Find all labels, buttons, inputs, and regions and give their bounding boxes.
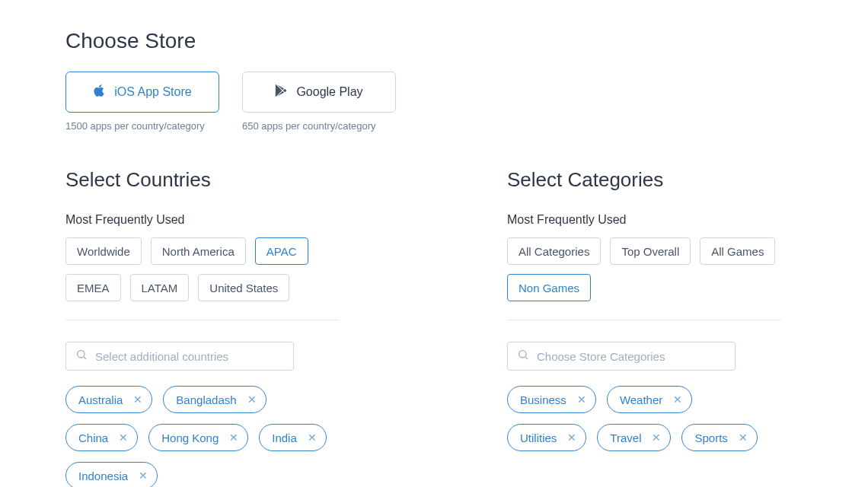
store-ios-app-store[interactable]: iOS App Store — [65, 72, 219, 113]
category-pill-label: Travel — [610, 431, 641, 444]
country-chip-worldwide[interactable]: Worldwide — [65, 237, 142, 265]
search-icon — [75, 349, 88, 364]
category-pill-sports[interactable]: Sports ✕ — [681, 424, 757, 451]
store-ios-sub: 1500 apps per country/category — [65, 120, 219, 132]
country-chip-north-america[interactable]: North America — [151, 237, 246, 265]
close-icon[interactable]: ✕ — [673, 393, 682, 406]
google-play-icon — [275, 84, 287, 100]
store-google-play[interactable]: Google Play — [242, 72, 396, 113]
close-icon[interactable]: ✕ — [652, 431, 661, 444]
country-chip-emea[interactable]: EMEA — [65, 274, 121, 301]
category-pill-weather[interactable]: Weather ✕ — [607, 386, 692, 413]
category-chip-all-categories[interactable]: All Categories — [507, 237, 601, 265]
country-pill-label: Indonesia — [78, 469, 128, 482]
country-chip-united-states[interactable]: United States — [198, 274, 289, 301]
close-icon[interactable]: ✕ — [229, 431, 238, 444]
country-chip-apac[interactable]: APAC — [255, 237, 308, 265]
close-icon[interactable]: ✕ — [577, 393, 586, 406]
category-pill-label: Weather — [620, 393, 662, 406]
search-icon — [517, 349, 529, 364]
store-gplay-sub: 650 apps per country/category — [242, 120, 396, 132]
categories-divider — [507, 320, 781, 320]
close-icon[interactable]: ✕ — [739, 431, 748, 444]
close-icon[interactable]: ✕ — [567, 431, 576, 444]
country-pill-label: Hong Kong — [161, 431, 219, 444]
categories-search-input[interactable] — [537, 350, 726, 363]
category-chip-all-games[interactable]: All Games — [700, 237, 775, 265]
countries-subhead: Most Frequently Used — [65, 213, 340, 227]
close-icon[interactable]: ✕ — [139, 469, 148, 482]
close-icon[interactable]: ✕ — [133, 393, 142, 406]
countries-search[interactable] — [65, 342, 294, 371]
country-pill-indonesia[interactable]: Indonesia ✕ — [65, 462, 158, 487]
category-pill-travel[interactable]: Travel ✕ — [597, 424, 671, 451]
categories-search[interactable] — [507, 342, 736, 371]
close-icon[interactable]: ✕ — [247, 393, 257, 406]
category-pill-label: Utilities — [520, 431, 557, 444]
country-pill-hong-kong[interactable]: Hong Kong ✕ — [148, 424, 248, 451]
country-pill-label: China — [78, 431, 108, 444]
country-pill-india[interactable]: India ✕ — [259, 424, 327, 451]
country-pill-label: Bangladash — [176, 393, 236, 406]
category-pill-label: Business — [520, 393, 566, 406]
svg-line-1 — [84, 357, 86, 359]
apple-icon — [93, 84, 105, 100]
categories-heading: Select Categories — [507, 168, 781, 192]
countries-heading: Select Countries — [65, 168, 340, 192]
close-icon[interactable]: ✕ — [119, 431, 128, 444]
country-pill-label: Australia — [78, 393, 123, 406]
category-pill-business[interactable]: Business ✕ — [507, 386, 596, 413]
svg-point-2 — [519, 351, 526, 358]
country-pill-australia[interactable]: Australia ✕ — [65, 386, 152, 413]
category-pill-label: Sports — [694, 431, 727, 444]
country-pill-bangladash[interactable]: Bangladash ✕ — [163, 386, 266, 413]
country-pill-china[interactable]: China ✕ — [65, 424, 138, 451]
categories-subhead: Most Frequently Used — [507, 213, 781, 227]
countries-search-input[interactable] — [95, 350, 284, 363]
country-pill-label: India — [272, 431, 297, 444]
svg-point-0 — [78, 351, 85, 358]
page-title: Choose Store — [65, 29, 803, 53]
category-pill-utilities[interactable]: Utilities ✕ — [507, 424, 586, 451]
store-ios-label: iOS App Store — [114, 85, 191, 99]
category-chip-top-overall[interactable]: Top Overall — [610, 237, 691, 265]
countries-divider — [65, 320, 340, 320]
close-icon[interactable]: ✕ — [308, 431, 317, 444]
country-chip-latam[interactable]: LATAM — [130, 274, 190, 301]
store-gplay-label: Google Play — [296, 85, 362, 99]
category-chip-non-games[interactable]: Non Games — [507, 274, 591, 301]
svg-line-3 — [525, 357, 528, 359]
